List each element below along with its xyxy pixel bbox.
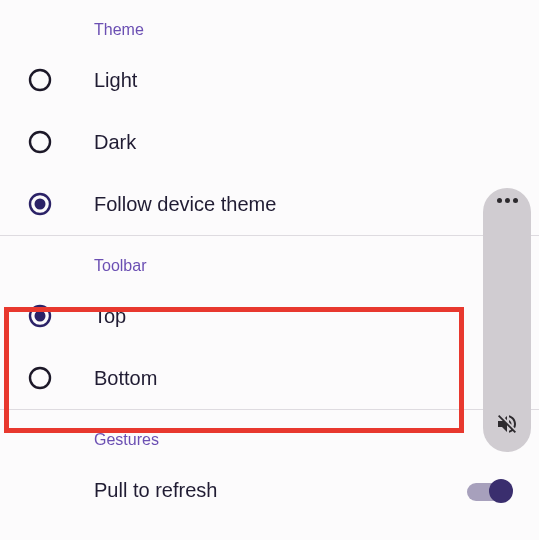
toolbar-option-label: Bottom bbox=[94, 367, 157, 390]
svg-point-0 bbox=[30, 70, 50, 90]
radio-selected-icon bbox=[28, 192, 52, 216]
fast-scroll-handle[interactable] bbox=[483, 188, 531, 452]
radio-icon bbox=[28, 130, 52, 154]
toolbar-option-top[interactable]: Top bbox=[0, 285, 539, 347]
radio-selected-icon bbox=[28, 304, 52, 328]
gestures-pull-to-refresh[interactable]: Pull to refresh bbox=[0, 459, 539, 521]
toolbar-section-header: Toolbar bbox=[0, 236, 539, 285]
theme-section-header: Theme bbox=[0, 0, 539, 49]
theme-option-label: Light bbox=[94, 69, 137, 92]
toggle-thumb bbox=[489, 479, 513, 503]
toggle-switch[interactable] bbox=[467, 480, 511, 500]
svg-point-1 bbox=[30, 132, 50, 152]
svg-point-3 bbox=[35, 199, 46, 210]
gestures-item-label: Pull to refresh bbox=[94, 479, 217, 502]
theme-option-label: Dark bbox=[94, 131, 136, 154]
radio-icon bbox=[28, 68, 52, 92]
volume-mute-icon bbox=[495, 412, 519, 440]
svg-point-6 bbox=[30, 368, 50, 388]
radio-icon bbox=[28, 366, 52, 390]
theme-option-light[interactable]: Light bbox=[0, 49, 539, 111]
svg-point-5 bbox=[35, 311, 46, 322]
more-icon bbox=[497, 198, 518, 203]
gestures-section-header: Gestures bbox=[0, 410, 539, 459]
theme-option-label: Follow device theme bbox=[94, 193, 276, 216]
theme-option-follow-device[interactable]: Follow device theme bbox=[0, 173, 539, 235]
theme-option-dark[interactable]: Dark bbox=[0, 111, 539, 173]
toolbar-option-bottom[interactable]: Bottom bbox=[0, 347, 539, 409]
toolbar-option-label: Top bbox=[94, 305, 126, 328]
